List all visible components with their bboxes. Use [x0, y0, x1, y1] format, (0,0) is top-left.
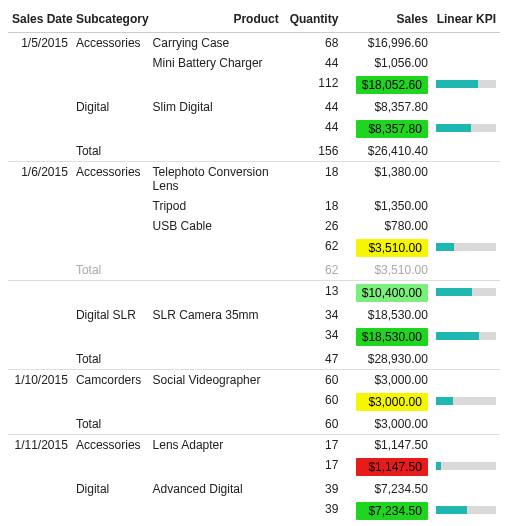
sales-kpi-badge: $18,052.60 [356, 76, 428, 94]
linear-kpi-bar [436, 80, 496, 88]
cell-sales: $8,357.80 [342, 117, 431, 141]
cell-kpi [432, 73, 500, 97]
cell-subcategory [72, 499, 149, 523]
cell-sales: $26,410.40 [342, 141, 431, 162]
cell-sales: $28,930.00 [342, 349, 431, 370]
cell-sales: $1,350.00 [342, 196, 431, 216]
cell-sales: $16,996.60 [342, 33, 431, 54]
cell-product: Slim Digital [149, 97, 283, 117]
cell-subcategory: Digital [72, 97, 149, 117]
cell-subcategory [72, 390, 149, 414]
cell-quantity: 68 [283, 33, 343, 54]
cell-quantity: 18 [283, 162, 343, 196]
cell-sales: $10,400.00 [342, 281, 431, 305]
cell-subcategory: Camcorders [72, 370, 149, 390]
cell-subcategory: Total [72, 260, 149, 281]
cell-date [8, 117, 72, 141]
cell-date [8, 455, 72, 479]
cell-subcategory: Accessories [72, 33, 149, 54]
cell-quantity: 156 [283, 141, 343, 162]
cell-date [8, 281, 72, 305]
cell-product [149, 455, 283, 479]
table-row: 34$18,530.00 [8, 325, 500, 349]
linear-kpi-bar [436, 124, 496, 132]
cell-quantity: 60 [283, 414, 343, 435]
header-row: Sales Date Subcategory Product Quantity … [8, 8, 500, 33]
cell-quantity: 17 [283, 455, 343, 479]
cell-kpi [432, 260, 500, 281]
cell-sales: $1,056.00 [342, 53, 431, 73]
cell-quantity: 62 [283, 260, 343, 281]
cell-quantity: 17 [283, 435, 343, 455]
col-sales-date[interactable]: Sales Date [8, 8, 72, 33]
cell-date [8, 390, 72, 414]
cell-quantity: 44 [283, 53, 343, 73]
cell-sales: $3,000.00 [342, 390, 431, 414]
cell-kpi [432, 141, 500, 162]
cell-product [149, 260, 283, 281]
col-quantity[interactable]: Quantity [283, 8, 343, 33]
cell-date [8, 479, 72, 499]
cell-date [8, 97, 72, 117]
cell-subcategory: Digital [72, 479, 149, 499]
cell-product: Telephoto Conversion Lens [149, 162, 283, 196]
cell-subcategory [72, 196, 149, 216]
cell-sales: $18,530.00 [342, 325, 431, 349]
cell-subcategory: Total [72, 349, 149, 370]
col-sales[interactable]: Sales [342, 8, 431, 33]
cell-kpi [432, 53, 500, 73]
cell-sales: $780.00 [342, 216, 431, 236]
table-row: 1/10/2015CamcordersSocial Videographer60… [8, 370, 500, 390]
cell-quantity: 18 [283, 196, 343, 216]
cell-kpi [432, 499, 500, 523]
cell-product: Advanced Digital [149, 479, 283, 499]
sales-kpi-badge: $3,510.00 [356, 239, 428, 257]
cell-kpi [432, 325, 500, 349]
cell-subcategory [72, 455, 149, 479]
cell-subcategory [72, 53, 149, 73]
cell-quantity: 44 [283, 117, 343, 141]
cell-product: SLR Camera 35mm [149, 305, 283, 325]
table-row: Total60$3,000.00 [8, 414, 500, 435]
cell-date: 1/11/2015 [8, 435, 72, 455]
cell-sales: $18,052.60 [342, 73, 431, 97]
cell-product: Carrying Case [149, 33, 283, 54]
cell-subcategory [72, 117, 149, 141]
table-row: 39$7,234.50 [8, 499, 500, 523]
table-row: DigitalAdvanced Digital39$7,234.50 [8, 479, 500, 499]
cell-product [149, 349, 283, 370]
cell-product [149, 390, 283, 414]
table-row: Digital SLRSLR Camera 35mm34$18,530.00 [8, 305, 500, 325]
cell-kpi [432, 97, 500, 117]
cell-date [8, 414, 72, 435]
cell-date: 1/10/2015 [8, 370, 72, 390]
cell-quantity: 39 [283, 479, 343, 499]
cell-subcategory: Accessories [72, 435, 149, 455]
sales-matrix: Sales Date Subcategory Product Quantity … [8, 8, 500, 526]
linear-kpi-bar [436, 243, 496, 251]
cell-product [149, 414, 283, 435]
cell-product: Tripod [149, 196, 283, 216]
cell-date [8, 499, 72, 523]
table-row: 1/11/2015AccessoriesLens Adapter17$1,147… [8, 435, 500, 455]
cell-kpi [432, 216, 500, 236]
cell-sales: $1,147.50 [342, 435, 431, 455]
cell-quantity: 39 [283, 499, 343, 523]
table-row: Mini Battery Charger44$1,056.00 [8, 53, 500, 73]
table-row: 60$3,000.00 [8, 390, 500, 414]
col-subcategory[interactable]: Subcategory [72, 8, 149, 33]
cell-quantity: 62 [283, 236, 343, 260]
cell-quantity: 112 [283, 73, 343, 97]
cell-date [8, 236, 72, 260]
cell-date [8, 305, 72, 325]
cell-quantity: 26 [283, 216, 343, 236]
cell-quantity: 34 [283, 305, 343, 325]
col-product[interactable]: Product [149, 8, 283, 33]
cell-sales: $3,000.00 [342, 370, 431, 390]
sales-kpi-badge: $3,000.00 [356, 393, 428, 411]
col-linear-kpi[interactable]: Linear KPI [432, 8, 500, 33]
cell-kpi [432, 281, 500, 305]
cell-quantity: 47 [283, 349, 343, 370]
cell-subcategory: Digital SLR [72, 305, 149, 325]
table-row: Total62$3,510.00 [8, 260, 500, 281]
